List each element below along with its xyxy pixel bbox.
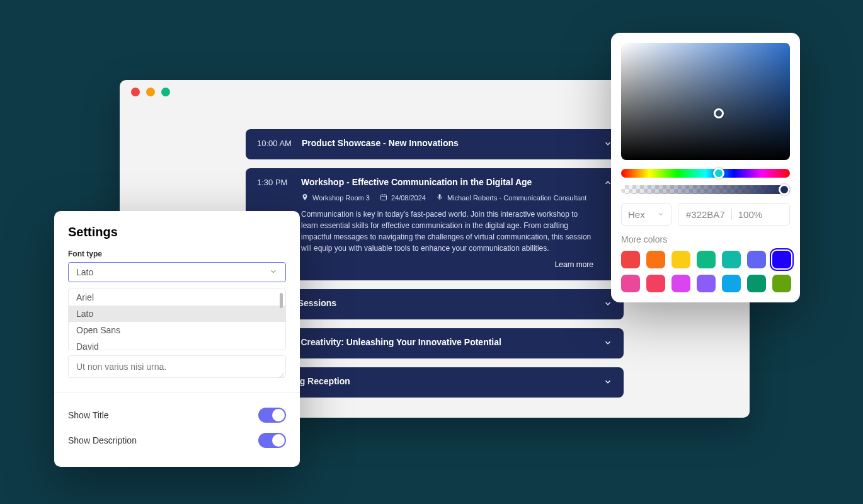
swatch-grid <box>621 251 790 292</box>
agenda-item[interactable]: 10:00 AM Product Showcase - New Innovati… <box>246 129 624 159</box>
agenda-title: Networking Reception <box>257 376 593 386</box>
hue-slider[interactable] <box>621 169 790 178</box>
agenda-item[interactable]: 1:30 PM Workshop - Effective Communicati… <box>246 168 624 280</box>
agenda-description: Communication is key in today's fast-pac… <box>301 209 593 254</box>
hex-value: #322BA7 <box>686 209 725 220</box>
show-title-row: Show Title <box>68 403 286 428</box>
svg-rect-0 <box>380 195 386 200</box>
font-option[interactable]: Lato <box>69 306 285 322</box>
location-icon <box>301 193 309 202</box>
font-option[interactable]: Ariel <box>69 289 285 306</box>
color-swatch[interactable] <box>772 275 791 292</box>
hue-cursor-icon[interactable] <box>713 168 724 179</box>
chevron-down-icon[interactable] <box>603 338 612 350</box>
settings-panel: Settings Font type Lato Ariel Lato Open … <box>54 211 300 467</box>
color-swatch[interactable] <box>747 275 766 292</box>
scrollbar[interactable] <box>280 293 283 308</box>
svg-line-4 <box>279 373 284 378</box>
agenda-time: 10:00 AM <box>257 138 292 148</box>
speaker-text: Michael Roberts - Communication Consulta… <box>447 194 586 202</box>
chevron-down-icon <box>269 267 278 278</box>
show-description-row: Show Description <box>68 428 286 453</box>
agenda-time: 1:30 PM <box>257 177 291 187</box>
maximize-icon[interactable] <box>161 88 170 96</box>
agenda-item[interactable]: Networking Reception <box>246 367 624 398</box>
saturation-area[interactable] <box>621 43 790 160</box>
more-colors-label: More colors <box>621 234 790 244</box>
font-select-value: Lato <box>76 267 93 277</box>
chevron-down-icon <box>657 209 665 220</box>
color-swatch[interactable] <box>646 275 665 292</box>
chevron-down-icon[interactable] <box>603 377 612 389</box>
color-swatch[interactable] <box>747 251 766 268</box>
font-option[interactable]: Open Sans <box>69 322 285 338</box>
agenda-item[interactable]: Breakout Sessions <box>246 289 624 319</box>
color-swatch[interactable] <box>772 251 791 268</box>
color-swatch[interactable] <box>621 275 640 292</box>
minimize-icon[interactable] <box>146 88 155 96</box>
location-text: Workshop Room 3 <box>312 194 370 202</box>
alpha-slider[interactable] <box>621 185 790 194</box>
show-description-toggle[interactable] <box>258 433 286 448</box>
description-textarea[interactable]: Ut non varius nisi urna. <box>68 355 286 378</box>
color-picker-panel: Hex #322BA7 100% More colors <box>611 33 800 302</box>
mic-icon <box>436 193 443 202</box>
font-option[interactable]: David <box>69 338 285 350</box>
learn-more-link[interactable]: Learn more <box>301 260 593 269</box>
color-swatch[interactable] <box>672 251 690 268</box>
color-swatch[interactable] <box>621 251 640 268</box>
alpha-cursor-icon[interactable] <box>779 184 790 195</box>
color-swatch[interactable] <box>697 275 716 292</box>
color-mode-select[interactable]: Hex <box>621 203 672 226</box>
show-title-toggle[interactable] <box>258 408 286 423</box>
show-title-label: Show Title <box>68 410 109 420</box>
location-meta: Workshop Room 3 <box>301 193 370 202</box>
color-swatch[interactable] <box>722 275 741 292</box>
font-type-label: Font type <box>68 249 286 258</box>
color-mode-value: Hex <box>628 209 645 220</box>
agenda-title: Breakout Sessions <box>257 298 593 308</box>
color-swatch[interactable] <box>697 251 716 268</box>
saturation-cursor-icon[interactable] <box>714 108 724 118</box>
agenda-title: Product Showcase - New Innovations <box>302 138 593 148</box>
resize-handle-icon[interactable] <box>278 370 284 376</box>
hex-input[interactable]: #322BA7 100% <box>678 203 790 226</box>
close-icon[interactable] <box>131 88 140 96</box>
agenda-item[interactable]: The Art of Creativity: Unleashing Your I… <box>246 328 624 358</box>
date-text: 24/08/2024 <box>391 194 426 202</box>
color-swatch[interactable] <box>672 275 690 292</box>
settings-heading: Settings <box>68 225 286 239</box>
chevron-down-icon[interactable] <box>603 299 612 311</box>
date-meta: 24/08/2024 <box>380 193 426 202</box>
textarea-value: Ut non varius nisi urna. <box>76 362 166 372</box>
divider <box>54 392 300 392</box>
divider <box>731 209 732 220</box>
color-swatch[interactable] <box>722 251 741 268</box>
font-select[interactable]: Lato <box>68 262 286 282</box>
svg-line-5 <box>282 375 284 378</box>
speaker-meta: Michael Roberts - Communication Consulta… <box>436 193 586 202</box>
color-swatch[interactable] <box>646 251 665 268</box>
show-description-label: Show Description <box>68 435 137 445</box>
agenda-title: The Art of Creativity: Unleashing Your I… <box>257 337 593 347</box>
font-dropdown: Ariel Lato Open Sans David <box>68 289 286 350</box>
calendar-icon <box>380 193 387 202</box>
agenda-meta: Workshop Room 3 24/08/2024 Michael Rober… <box>301 193 593 202</box>
agenda-title: Workshop - Effective Communication in th… <box>301 177 593 187</box>
alpha-value: 100% <box>738 209 762 220</box>
